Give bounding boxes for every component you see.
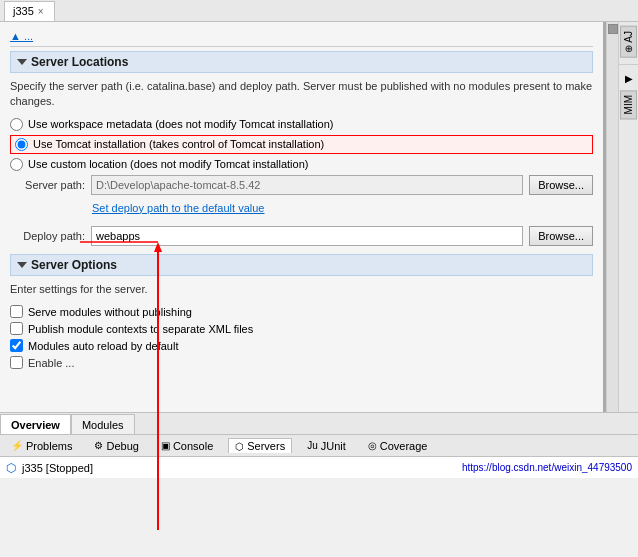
server-path-browse-button[interactable]: Browse... (529, 175, 593, 195)
tab-modules[interactable]: Modules (71, 414, 135, 434)
coverage-tab[interactable]: ◎ Coverage (361, 438, 435, 454)
sidebar-tab-mim[interactable]: MIM (620, 90, 637, 119)
deploy-path-browse-button[interactable]: Browse... (529, 226, 593, 246)
server-options-desc: Enter settings for the server. (10, 282, 593, 297)
server-path-label: Server path: (10, 179, 85, 191)
content-area: ▲ ... Server Locations Specify the serve… (0, 22, 603, 412)
server-bar: ⬡ j335 [Stopped] https://blog.csdn.net/w… (0, 456, 638, 478)
console-tab[interactable]: ▣ Console (154, 438, 220, 454)
top-tab-bar: j335 × (0, 0, 638, 22)
server-path-row: Server path: Browse... (10, 175, 593, 195)
server-status-icon: ⬡ (6, 461, 16, 475)
server-options-title: Server Options (31, 258, 117, 272)
enable-checkbox[interactable] (10, 356, 23, 369)
server-options-header: Server Options (10, 254, 593, 276)
aj-tab-label: AJ (623, 31, 634, 43)
server-locations-title: Server Locations (31, 55, 128, 69)
radio-option-3: Use custom location (does not modify Tom… (10, 158, 593, 171)
right-sidebar: ⊕ AJ ▶ MIM (618, 22, 638, 412)
serve-modules-label: Serve modules without publishing (28, 306, 192, 318)
servers-icon: ⬡ (235, 441, 244, 452)
problems-icon: ⚡ (11, 440, 23, 451)
aj-tab-icon: ⊕ (623, 45, 634, 53)
problems-bar: ⚡ Problems ⚙ Debug ▣ Console ⬡ Servers J… (0, 434, 638, 456)
radio-workspace-label: Use workspace metadata (does not modify … (28, 118, 334, 130)
top-link[interactable]: ▲ ... (10, 30, 33, 42)
server-name-label: j335 [Stopped] (22, 462, 93, 474)
radio-option-1: Use workspace metadata (does not modify … (10, 118, 593, 131)
auto-reload-label: Modules auto reload by default (28, 340, 178, 352)
scrollbar[interactable] (606, 22, 618, 412)
servers-label: Servers (247, 440, 285, 452)
server-options-section: Server Options Enter settings for the se… (10, 254, 593, 369)
collapse-icon[interactable] (17, 59, 27, 65)
debug-label: Debug (106, 440, 138, 452)
server-options-collapse-icon[interactable] (17, 262, 27, 268)
radio-custom[interactable] (10, 158, 23, 171)
sidebar-arrow-icon: ▶ (625, 73, 633, 84)
problems-label: Problems (26, 440, 72, 452)
enable-label: Enable ... (28, 357, 74, 369)
radio-workspace[interactable] (10, 118, 23, 131)
server-path-input[interactable] (91, 175, 523, 195)
mim-tab-label: MIM (623, 95, 634, 114)
tab-overview[interactable]: Overview (0, 414, 71, 434)
checkbox-serve-modules: Serve modules without publishing (10, 305, 593, 318)
console-icon: ▣ (161, 440, 170, 451)
checkbox-publish-contexts: Publish module contexts to separate XML … (10, 322, 593, 335)
problems-tab[interactable]: ⚡ Problems (4, 438, 79, 454)
server-locations-desc: Specify the server path (i.e. catalina.b… (10, 79, 593, 110)
main-layout: ▲ ... Server Locations Specify the serve… (0, 22, 638, 412)
coverage-label: Coverage (380, 440, 428, 452)
publish-contexts-label: Publish module contexts to separate XML … (28, 323, 253, 335)
scrollbar-thumb[interactable] (608, 24, 618, 34)
tab-close-icon[interactable]: × (38, 6, 44, 17)
debug-icon: ⚙ (94, 440, 103, 451)
publish-contexts-checkbox[interactable] (10, 322, 23, 335)
tab-label: j335 (13, 5, 34, 17)
servers-tab[interactable]: ⬡ Servers (228, 438, 292, 453)
coverage-icon: ◎ (368, 440, 377, 451)
junit-icon: Ju (307, 440, 318, 451)
truncated-top: ▲ ... (10, 30, 593, 47)
sidebar-arrow[interactable]: ▶ (625, 71, 633, 86)
checkbox-enable: Enable ... (10, 356, 593, 369)
editor-tab-j335[interactable]: j335 × (4, 1, 55, 21)
deploy-path-input[interactable] (91, 226, 523, 246)
url-bar-text: https://blog.csdn.net/weixin_44793500 (462, 462, 632, 473)
radio-custom-label: Use custom location (does not modify Tom… (28, 158, 308, 170)
debug-tab[interactable]: ⚙ Debug (87, 438, 145, 454)
deploy-path-row: Deploy path: Browse... (10, 226, 593, 246)
radio-tomcat-install-label: Use Tomcat installation (takes control o… (33, 138, 324, 150)
radio-option-2: Use Tomcat installation (takes control o… (10, 135, 593, 154)
checkbox-auto-reload: Modules auto reload by default (10, 339, 593, 352)
junit-tab[interactable]: Ju JUnit (300, 438, 353, 454)
junit-label: JUnit (321, 440, 346, 452)
tab-modules-label: Modules (82, 419, 124, 431)
sidebar-tab-aj[interactable]: ⊕ AJ (620, 26, 637, 58)
content-panel: ▲ ... Server Locations Specify the serve… (0, 22, 606, 412)
deploy-path-label: Deploy path: (10, 230, 85, 242)
deploy-default-link[interactable]: Set deploy path to the default value (92, 202, 264, 214)
radio-tomcat-install[interactable] (15, 138, 28, 151)
bottom-tab-strip: Overview Modules (0, 412, 638, 434)
console-label: Console (173, 440, 213, 452)
tab-overview-label: Overview (11, 419, 60, 431)
server-locations-header: Server Locations (10, 51, 593, 73)
serve-modules-checkbox[interactable] (10, 305, 23, 318)
auto-reload-checkbox[interactable] (10, 339, 23, 352)
